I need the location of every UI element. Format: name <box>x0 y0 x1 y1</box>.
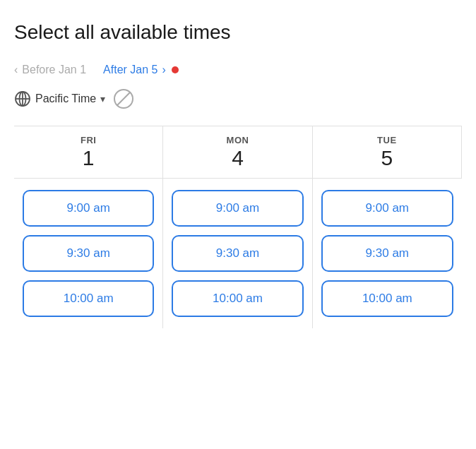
calendar-grid: FRI 1 MON 4 TUE 5 9:00 am 9:30 am 10:00 … <box>14 126 462 328</box>
navigation-row: ‹ Before Jan 1 After Jan 5 › <box>14 64 462 76</box>
timezone-dropdown-icon: ▾ <box>100 93 105 104</box>
time-slot-fri-1[interactable]: 9:30 am <box>23 235 154 272</box>
day-header-fri: FRI 1 <box>14 126 163 178</box>
timezone-label: Pacific Time <box>35 92 96 105</box>
time-column-tue: 9:00 am 9:30 am 10:00 am <box>313 178 462 328</box>
before-nav-label: Before Jan 1 <box>22 64 86 76</box>
time-slot-tue-0[interactable]: 9:00 am <box>321 190 453 227</box>
time-slot-mon-1[interactable]: 9:30 am <box>172 235 303 272</box>
before-nav-button[interactable]: ‹ Before Jan 1 <box>14 64 86 76</box>
time-slot-fri-0[interactable]: 9:00 am <box>23 190 154 227</box>
time-column-fri: 9:00 am 9:30 am 10:00 am <box>14 178 163 328</box>
before-chevron-icon: ‹ <box>14 64 18 76</box>
after-nav-label: After Jan 5 <box>103 64 157 76</box>
timezone-selector[interactable]: Pacific Time ▾ <box>14 90 105 107</box>
day-number-fri: 1 <box>14 145 162 171</box>
day-name-fri: FRI <box>14 135 162 145</box>
notification-dot <box>172 66 179 73</box>
time-column-mon: 9:00 am 9:30 am 10:00 am <box>163 178 312 328</box>
time-slot-mon-2[interactable]: 10:00 am <box>172 280 303 317</box>
time-slot-fri-2[interactable]: 10:00 am <box>23 280 154 317</box>
globe-icon <box>14 90 31 107</box>
after-nav-button[interactable]: After Jan 5 › <box>103 64 179 76</box>
day-name-mon: MON <box>163 135 311 145</box>
day-name-tue: TUE <box>313 135 461 145</box>
day-header-mon: MON 4 <box>163 126 312 178</box>
timezone-row: Pacific Time ▾ <box>14 89 462 109</box>
day-header-tue: TUE 5 <box>313 126 462 178</box>
time-slot-mon-0[interactable]: 9:00 am <box>172 190 303 227</box>
after-chevron-icon: › <box>162 64 165 76</box>
no-availability-icon[interactable] <box>114 89 133 109</box>
day-number-mon: 4 <box>163 145 311 171</box>
page-title: Select all available times <box>14 21 462 44</box>
time-slot-tue-2[interactable]: 10:00 am <box>321 280 453 317</box>
day-number-tue: 5 <box>313 145 461 171</box>
time-slot-tue-1[interactable]: 9:30 am <box>321 235 453 272</box>
